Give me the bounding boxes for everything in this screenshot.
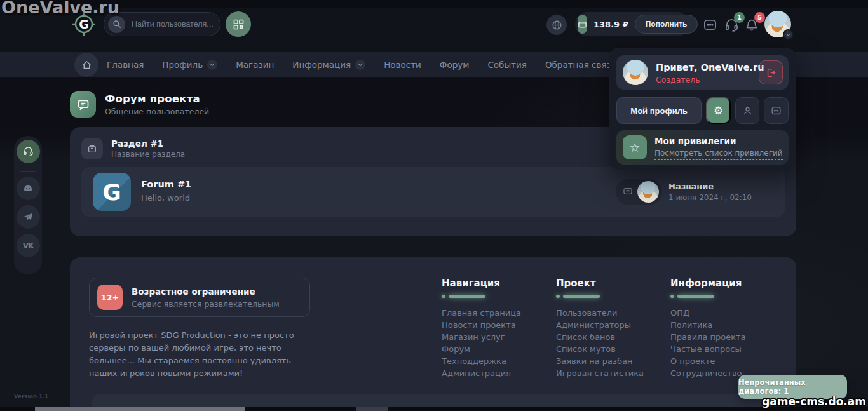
page-subtitle: Общение пользователей [105, 107, 209, 116]
footer-link[interactable]: Магазин услуг [442, 331, 550, 343]
footer-link[interactable]: ОПД [670, 307, 778, 319]
watermark-top-left: OneValve.ru [1, 0, 119, 17]
section-title: Раздел #1 [111, 138, 185, 149]
user-card: Привет, OneValve.ru Создатель [616, 55, 789, 90]
horizontal-scrollbar[interactable] [0, 407, 868, 411]
search-icon [108, 16, 125, 33]
user-role: Создатель [656, 75, 700, 84]
nav-item-forum[interactable]: Форум [440, 60, 470, 70]
globe-icon [552, 20, 562, 30]
footer-link[interactable]: Политика [670, 319, 778, 331]
logout-button[interactable] [759, 60, 783, 84]
footer-link[interactable]: Форум [442, 343, 550, 355]
user-menu-toggle[interactable] [783, 29, 794, 40]
accent-underline [670, 295, 778, 298]
privileges-subtitle[interactable]: Посмотреть список привилегий [654, 149, 783, 160]
qr-code-button[interactable] [226, 11, 251, 37]
search-input[interactable] [132, 20, 214, 29]
page-header: Форум проекта Общение пользователей [70, 91, 209, 118]
vk-button[interactable]: VK [17, 234, 40, 257]
logout-door-icon [766, 67, 776, 78]
section-icon [81, 138, 103, 159]
balance-amount: 138.9 ₽ [593, 20, 628, 29]
discord-icon [22, 183, 34, 194]
nav-item-novosti[interactable]: Новости [384, 60, 421, 70]
nav-item-glavnaya[interactable]: Главная [107, 60, 144, 70]
header: G [0, 5, 868, 50]
telegram-button[interactable] [17, 205, 40, 229]
footer-column-project: Проект Пользователи Администраторы Списо… [556, 278, 664, 379]
nav-item-profil[interactable]: Профиль [162, 60, 217, 70]
chevron-down-icon [207, 60, 217, 70]
dialogs-button[interactable] [764, 97, 789, 124]
footer-link[interactable]: О проекте [670, 355, 778, 367]
person-icon [742, 105, 753, 116]
settings-button[interactable]: ⚙ [706, 97, 731, 124]
accent-underline [556, 295, 664, 298]
topup-button[interactable]: Пополнить [635, 15, 698, 34]
friends-button[interactable] [735, 97, 760, 124]
footer-link[interactable]: Администрация [442, 367, 550, 379]
gear-icon: ⚙ [714, 104, 723, 118]
notifications-button[interactable]: 5 [743, 17, 760, 33]
footer: 12+ Возрастное ограничение Сервис являет… [70, 257, 796, 411]
footer-link[interactable]: Новости проекта [442, 319, 550, 331]
topic-title[interactable]: Forum #1 [141, 179, 191, 189]
footer-link[interactable]: Пользователи [556, 307, 664, 319]
last-post-title[interactable]: Название [668, 182, 752, 191]
chat-square-icon [771, 105, 782, 116]
home-icon [81, 60, 92, 71]
forum-g-icon: G [93, 173, 131, 211]
last-post-date: 1 июля 2024 г, 02:10 [668, 193, 752, 202]
qr-code-icon [233, 19, 244, 30]
chat-square-icon [703, 18, 717, 32]
section-header: Раздел #1 Название раздела [81, 138, 185, 159]
footer-link[interactable]: Правила проекта [670, 331, 778, 343]
footer-link[interactable]: Список мутов [556, 343, 664, 355]
last-post-avatar[interactable] [637, 181, 659, 203]
support-rail-button[interactable] [17, 140, 40, 163]
footer-column-title: Проект [556, 278, 664, 289]
age-title: Возрастное ограничение [132, 286, 255, 297]
user-actions-row: Мой профиль ⚙ [616, 97, 789, 124]
nav-home-button[interactable] [74, 53, 98, 77]
footer-column-information: Информация ОПД Политика Правила проекта … [670, 278, 778, 379]
footer-link[interactable]: Заявки на разбан [556, 355, 664, 367]
nav-item-magazin[interactable]: Магазин [236, 60, 274, 70]
social-rail: VK [14, 136, 42, 274]
user-search [104, 12, 220, 36]
scrollbar-thumb[interactable] [35, 407, 245, 411]
discord-button[interactable] [17, 177, 40, 200]
headset-icon [23, 146, 34, 157]
accent-underline [442, 295, 550, 298]
footer-link[interactable]: Список банов [556, 331, 664, 343]
nav-item-informaciya[interactable]: Информация [292, 60, 365, 70]
footer-link[interactable]: Игровая статистика [556, 367, 664, 379]
watermark-bottom-right: game-cms.do.am [762, 395, 866, 408]
last-post: Название 1 июля 2024 г, 02:10 [616, 179, 752, 205]
page-title: Форум проекта [105, 93, 209, 105]
star-icon: ☆ [623, 135, 647, 159]
forum-topic-row[interactable]: G Forum #1 Hello, world Название 1 июля … [81, 167, 785, 217]
last-post-pill[interactable] [616, 179, 662, 205]
age-badge: 12+ [97, 285, 123, 310]
nav-item-sobytiya[interactable]: События [487, 60, 526, 70]
user-card-avatar [623, 60, 648, 85]
age-subtitle: Сервис является развлекательным [132, 299, 280, 309]
messages-button[interactable] [702, 17, 718, 33]
privileges-card[interactable]: ☆ Мои привилегии Посмотреть список приви… [616, 130, 789, 165]
balance-widget: 138.9 ₽ Пополнить [575, 12, 689, 36]
support-button[interactable]: 1 [723, 17, 740, 33]
footer-link[interactable]: Частые вопросы [670, 343, 778, 355]
chevron-down-icon [785, 32, 791, 37]
footer-link[interactable]: Техподдержка [442, 355, 550, 367]
chevron-down-icon [355, 60, 365, 70]
my-profile-button[interactable]: Мой профиль [616, 97, 702, 124]
language-button[interactable] [546, 15, 567, 35]
reply-icon [623, 187, 633, 197]
user-dropdown-menu: Привет, OneValve.ru Создатель Мой профил… [609, 48, 796, 170]
wallet-icon [578, 15, 587, 34]
footer-link[interactable]: Главная страница [442, 307, 550, 319]
footer-link[interactable]: Администраторы [556, 319, 664, 331]
footer-column-title: Информация [670, 278, 778, 289]
